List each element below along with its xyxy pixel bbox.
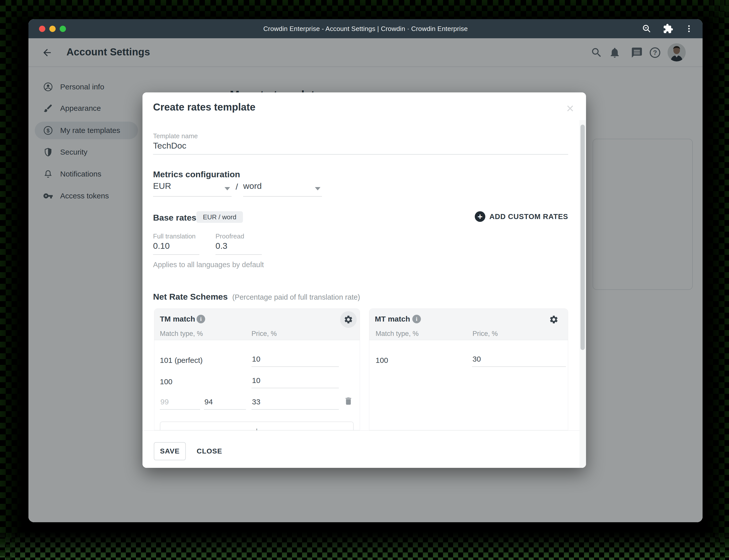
price-column-header: Price, %: [252, 330, 277, 338]
add-custom-rates-button[interactable]: + ADD CUSTOM RATES: [475, 211, 568, 222]
browser-menu-kebab-icon[interactable]: [684, 24, 693, 33]
price-column-header: Price, %: [472, 330, 498, 338]
match-type-value: 100: [160, 377, 173, 386]
price-input[interactable]: [472, 355, 566, 367]
match-upper-bound-input[interactable]: [160, 398, 200, 410]
net-rate-schemes-subheading: (Percentage paid of full translation rat…: [232, 293, 360, 301]
dither-border-left: [0, 0, 28, 560]
app-page: Account Settings: [28, 38, 703, 522]
currency-select-value: EUR: [153, 181, 171, 191]
proofread-input[interactable]: [216, 241, 262, 255]
match-lower-bound-input[interactable]: [204, 398, 246, 410]
tm-match-card-header: TM match i Match type, % Price, %: [154, 309, 360, 340]
extensions-puzzle-icon[interactable]: [663, 23, 673, 34]
browser-window: Crowdin Enterprise - Account Settings | …: [28, 19, 703, 522]
trash-icon[interactable]: [344, 396, 353, 406]
mt-match-title: MT match: [375, 315, 410, 323]
add-custom-rates-label: ADD CUSTOM RATES: [489, 213, 568, 221]
match-type-column-header: Match type, %: [375, 330, 418, 338]
dither-border-bottom: [0, 527, 729, 560]
browser-titlebar: Crowdin Enterprise - Account Settings | …: [28, 19, 703, 38]
close-button[interactable]: CLOSE: [192, 442, 227, 460]
full-translation-label: Full translation: [153, 232, 196, 240]
template-name-input[interactable]: [153, 141, 568, 155]
price-input[interactable]: [252, 398, 339, 410]
save-button[interactable]: SAVE: [154, 442, 186, 460]
create-rates-template-modal: Create rates template × Template name Me…: [143, 92, 586, 468]
unit-select-value: word: [243, 181, 262, 191]
metrics-configuration-heading: Metrics configuration: [153, 169, 240, 179]
full-translation-input[interactable]: [153, 241, 199, 255]
net-rate-schemes-heading: Net Rate Schemes: [153, 292, 228, 302]
base-rates-heading: Base rates: [153, 213, 196, 223]
match-type-column-header: Match type, %: [160, 330, 203, 338]
info-icon[interactable]: i: [412, 315, 421, 323]
match-type-value: 101 (perfect): [160, 356, 203, 365]
modal-footer: SAVE CLOSE: [143, 430, 586, 468]
price-input[interactable]: [252, 376, 339, 388]
metrics-separator: /: [236, 182, 238, 192]
tm-match-title: TM match: [160, 315, 195, 323]
template-name-label: Template name: [153, 132, 198, 140]
base-rates-unit-badge: EUR / word: [196, 211, 243, 223]
match-type-value: 100: [375, 356, 388, 365]
zoom-indicator-icon[interactable]: [642, 24, 652, 34]
chevron-down-icon: [315, 187, 321, 190]
base-rates-note: Applies to all languages by default: [153, 261, 264, 269]
plus-circle-icon: +: [475, 211, 485, 222]
mt-match-card-header: MT match i Match type, % Price, %: [369, 309, 568, 340]
modal-title: Create rates template: [153, 101, 256, 113]
modal-scrollbar-thumb[interactable]: [580, 125, 585, 350]
tm-match-card: TM match i Match type, % Price, % 101 (p…: [154, 308, 360, 430]
info-icon[interactable]: i: [197, 315, 205, 323]
price-input[interactable]: [252, 355, 339, 367]
gear-icon[interactable]: [340, 311, 357, 328]
close-icon[interactable]: ×: [563, 101, 577, 115]
unit-select[interactable]: word: [243, 181, 322, 197]
screenshot-stage: Crowdin Enterprise - Account Settings | …: [0, 0, 729, 560]
browser-tab-title: Crowdin Enterprise - Account Settings | …: [28, 25, 703, 33]
mt-match-card: MT match i Match type, % Price, % 100: [369, 308, 568, 430]
proofread-label: Proofread: [216, 232, 244, 240]
currency-select[interactable]: EUR: [153, 181, 232, 197]
dither-border-right: [701, 0, 729, 560]
chevron-down-icon: [225, 187, 230, 190]
gear-icon[interactable]: [545, 311, 562, 328]
